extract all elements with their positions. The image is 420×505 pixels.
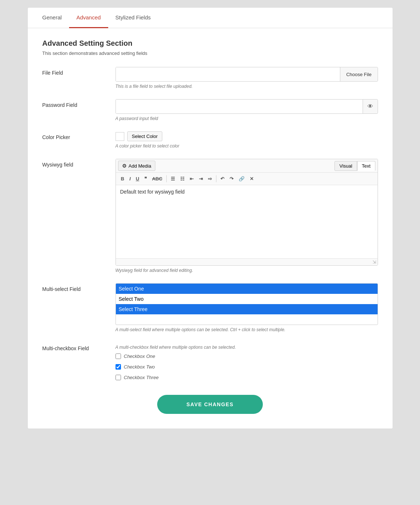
password-toggle-button[interactable]: 👁 (363, 100, 378, 113)
select-option-2[interactable]: Select Two (116, 294, 378, 304)
multi-select-row: Multi-select Field Select One Select Two… (42, 283, 378, 332)
multi-checkbox-label: Multi-checkbox Field (42, 343, 116, 351)
toolbar-align-right[interactable]: ⇨ (206, 175, 214, 183)
password-field-label: Password Field (42, 99, 116, 108)
visual-tab[interactable]: Visual (334, 161, 357, 171)
section-title: Advanced Setting Section (42, 39, 378, 48)
file-input-wrapper: Choose File (116, 67, 378, 82)
checkbox-label-1: Checkbox One (124, 354, 155, 359)
select-color-button[interactable]: Select Color (127, 131, 163, 141)
wysiwyg-wrapper: ⚙ Add Media Visual Text B I U ❞ ABC (116, 159, 378, 266)
tab-stylized[interactable]: Stylized Fields (108, 8, 158, 28)
toolbar-undo[interactable]: ↶ (218, 175, 227, 183)
toolbar-blockquote[interactable]: ❞ (142, 175, 149, 183)
wysiwyg-toolbar: B I U ❞ ABC ☰ ☷ ⇤ ⇥ ⇨ ↶ ↷ 🔗 (116, 173, 378, 185)
password-field-container: 👁 A password input field (116, 99, 378, 121)
toolbar-italic[interactable]: I (127, 175, 133, 183)
password-field-hint: A password input field (116, 116, 378, 121)
checkbox-input-1[interactable] (116, 354, 121, 359)
color-picker-wrapper: Select Color (116, 131, 378, 141)
color-swatch[interactable] (116, 132, 124, 141)
password-wrapper: 👁 (116, 99, 378, 114)
multi-checkbox-hint: A multi-checkbox field where multiple op… (116, 345, 378, 350)
wysiwyg-resize: ⇲ (116, 258, 378, 265)
wysiwyg-hint: Wysiwyg field for advanced field editing… (116, 268, 378, 273)
multi-select-input[interactable]: Select One Select Two Select Three (116, 283, 378, 325)
multi-select-label: Multi-select Field (42, 283, 116, 292)
toolbar-separator-1 (166, 175, 167, 182)
checkbox-label-2: Checkbox Two (124, 364, 155, 370)
toolbar-strikethrough[interactable]: ABC (150, 175, 164, 183)
toolbar-link[interactable]: 🔗 (237, 175, 247, 183)
media-icon: ⚙ (122, 163, 127, 169)
checkbox-label-3: Checkbox Three (124, 375, 159, 380)
wysiwyg-label: Wysiwyg field (42, 159, 116, 168)
multi-select-container: Select One Select Two Select Three A mul… (116, 283, 378, 332)
file-field-container: Choose File This is a file field to sele… (116, 67, 378, 89)
save-section: SAVE CHANGES (42, 395, 378, 414)
tab-general[interactable]: General (35, 8, 69, 28)
main-container: General Advanced Stylized Fields Advance… (27, 7, 393, 429)
select-option-1[interactable]: Select One (116, 284, 378, 294)
toolbar-redo[interactable]: ↷ (227, 175, 236, 183)
toolbar-bold[interactable]: B (119, 175, 126, 183)
section-description: This section demonstrates advanced setti… (42, 50, 378, 56)
eye-icon: 👁 (367, 103, 373, 110)
wysiwyg-row: Wysiwyg field ⚙ Add Media Visual Text (42, 159, 378, 273)
tab-bar: General Advanced Stylized Fields (28, 8, 393, 28)
add-media-button[interactable]: ⚙ Add Media (118, 161, 155, 171)
toolbar-underline[interactable]: U (134, 175, 141, 183)
toolbar-remove[interactable]: ✕ (247, 175, 256, 183)
toolbar-separator-2 (216, 175, 216, 182)
multi-checkbox-container: A multi-checkbox field where multiple op… (116, 343, 378, 380)
checkbox-item-2[interactable]: Checkbox Two (116, 364, 378, 370)
checkbox-group: Checkbox One Checkbox Two Checkbox Three (116, 354, 378, 380)
resize-handle-icon: ⇲ (372, 259, 376, 265)
checkbox-input-3[interactable] (116, 375, 121, 380)
file-field-label: File Field (42, 67, 116, 76)
color-picker-row: Color Picker Select Color A color picker… (42, 131, 378, 149)
text-tab[interactable]: Text (357, 161, 375, 171)
multi-checkbox-row: Multi-checkbox Field A multi-checkbox fi… (42, 343, 378, 380)
save-changes-button[interactable]: SAVE CHANGES (157, 395, 263, 414)
toolbar-unordered-list[interactable]: ☰ (169, 175, 177, 183)
select-option-3[interactable]: Select Three (116, 304, 378, 314)
password-input[interactable] (116, 100, 363, 113)
wysiwyg-body[interactable]: Default text for wysiwyg field (116, 185, 378, 258)
file-field-hint: This is a file field to select file uplo… (116, 84, 378, 89)
add-media-label: Add Media (129, 163, 151, 169)
toolbar-align-center[interactable]: ⇥ (197, 175, 205, 183)
password-field-row: Password Field 👁 A password input field (42, 99, 378, 121)
wysiwyg-container: ⚙ Add Media Visual Text B I U ❞ ABC (116, 159, 378, 273)
checkbox-item-1[interactable]: Checkbox One (116, 354, 378, 359)
tab-advanced[interactable]: Advanced (69, 8, 108, 28)
file-input-display (116, 67, 340, 81)
wysiwyg-view-tabs: Visual Text (334, 161, 375, 171)
color-picker-hint: A color picker field to select color (116, 143, 378, 149)
multi-select-hint: A multi-select field where multiple opti… (116, 327, 378, 332)
wysiwyg-top-bar: ⚙ Add Media Visual Text (116, 159, 378, 173)
toolbar-align-left[interactable]: ⇤ (188, 175, 196, 183)
color-picker-label: Color Picker (42, 131, 116, 140)
checkbox-input-2[interactable] (116, 364, 121, 370)
content-area: Advanced Setting Section This section de… (28, 28, 393, 429)
file-field-row: File Field Choose File This is a file fi… (42, 67, 378, 89)
toolbar-ordered-list[interactable]: ☷ (178, 175, 187, 183)
checkbox-item-3[interactable]: Checkbox Three (116, 375, 378, 380)
choose-file-button[interactable]: Choose File (340, 67, 377, 81)
color-picker-container: Select Color A color picker field to sel… (116, 131, 378, 149)
